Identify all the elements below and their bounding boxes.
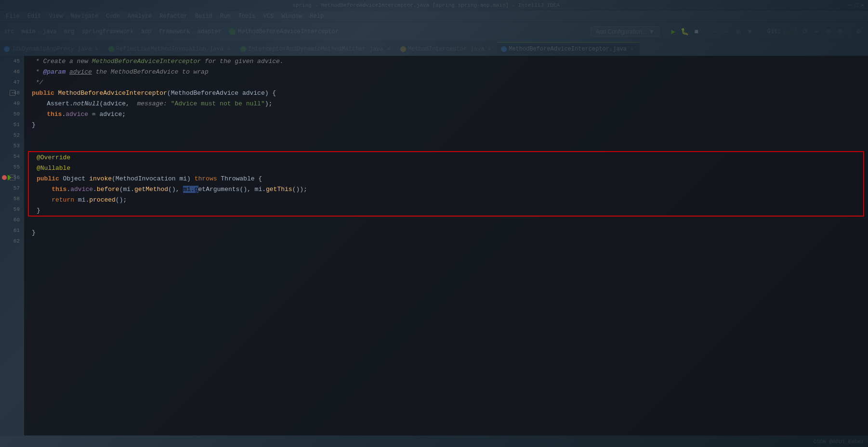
- code-line-57: this.advice.before(mi.getMethod(), mi.ge…: [29, 184, 863, 194]
- line-row-61: 61: [0, 225, 24, 236]
- line-row-57: 57: [0, 183, 24, 193]
- code-line-55: @Nullable: [29, 163, 863, 173]
- line-row-49: 49: [0, 98, 24, 109]
- selection-highlight-box: @Override @Nullable public Object invoke…: [28, 151, 864, 217]
- line-row-62: 62: [0, 236, 24, 246]
- line-row-59: 59: [0, 204, 24, 215]
- code-line-47: */: [24, 77, 868, 88]
- stop-button[interactable]: ■: [691, 26, 702, 37]
- line-row-53: 53: [0, 140, 24, 151]
- line-row-56: -56: [0, 172, 24, 183]
- line-row-60: 60: [0, 215, 24, 225]
- fold-icon[interactable]: -: [10, 175, 15, 180]
- line-number: 55: [13, 164, 20, 170]
- code-line-61: }: [24, 227, 868, 238]
- code-line-59: }: [29, 205, 863, 216]
- fold-icon[interactable]: -: [10, 90, 15, 96]
- line-number: 62: [13, 238, 20, 244]
- line-number: 50: [13, 111, 20, 117]
- line-row-50: 50: [0, 109, 24, 119]
- line-row-51: 51: [0, 119, 24, 130]
- code-line-46: * @param advice the MethodBeforeAdvice t…: [24, 66, 868, 77]
- code-line-52: [24, 130, 868, 140]
- debug-button[interactable]: 🐛: [680, 26, 690, 37]
- line-number: 47: [13, 79, 20, 85]
- code-line-53: [24, 140, 868, 151]
- line-number: 46: [13, 69, 20, 75]
- code-line-51: }: [24, 119, 868, 130]
- line-row-54: 54: [0, 151, 24, 162]
- code-line-45: * Create a new MethodBeforeAdviceInterce…: [24, 56, 868, 66]
- line-number: 45: [13, 58, 20, 64]
- run-button[interactable]: ▶: [668, 26, 679, 37]
- line-number: 54: [13, 153, 20, 159]
- line-row-55: 55: [0, 162, 24, 172]
- line-number: 61: [13, 228, 20, 233]
- code-line-49: Assert.notNull(advice, message: "Advice …: [24, 98, 868, 109]
- code-line-50: this.advice = advice;: [24, 109, 868, 119]
- code-line-62: [24, 238, 868, 248]
- line-number: 52: [13, 132, 20, 138]
- line-row-48: -48: [0, 88, 24, 98]
- code-line-56: public Object invoke(MethodInvocation mi…: [29, 173, 863, 184]
- code-line-48: public MethodBeforeAdviceInterceptor(Met…: [24, 88, 868, 98]
- ide-window: spring - MethodBeforeAdviceInterceptor.j…: [0, 0, 868, 447]
- line-number: 57: [13, 185, 20, 191]
- line-row-46: 46: [0, 66, 24, 77]
- line-number: 60: [13, 217, 20, 223]
- line-number: 58: [13, 196, 20, 202]
- line-row-52: 52: [0, 130, 24, 140]
- line-number: 49: [13, 101, 20, 106]
- breakpoint-indicator: [2, 175, 7, 180]
- line-number: 53: [13, 143, 20, 149]
- code-line-58: return mi.proceed();: [29, 194, 863, 205]
- run-icons: ▶ 🐛 ■: [668, 26, 702, 37]
- code-editor[interactable]: * Create a new MethodBeforeAdviceInterce…: [24, 56, 868, 435]
- line-number: 51: [13, 122, 20, 128]
- line-row-58: 58: [0, 193, 24, 204]
- main-area: 454647-4849505152535455-56575859606162 *…: [0, 56, 868, 435]
- line-row-47: 47: [0, 77, 24, 88]
- code-line-60: [24, 217, 868, 227]
- line-number: 59: [13, 206, 20, 212]
- code-line-54: @Override: [29, 152, 863, 163]
- line-row-45: 45: [0, 56, 24, 66]
